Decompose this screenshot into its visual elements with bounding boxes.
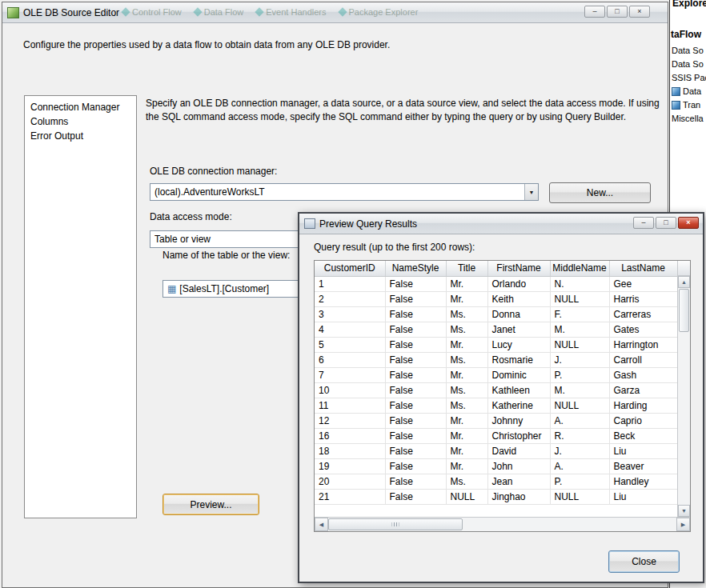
toolbox-item[interactable]: Data So (672, 44, 706, 58)
nav-item-columns[interactable]: Columns (25, 114, 136, 129)
query-result-label: Query result (up to the first 200 rows): (314, 242, 475, 253)
toolbox-item[interactable]: Miscella (672, 112, 706, 126)
table-cell: NULL (550, 398, 609, 413)
close-button[interactable]: Close (608, 550, 680, 573)
scroll-up-icon[interactable]: ▲ (678, 276, 690, 288)
table-cell: Handley (609, 474, 677, 489)
table-cell: Mr. (446, 367, 487, 382)
table-row[interactable]: 21FalseNULLJinghaoNULLLiu (315, 489, 677, 504)
table-row[interactable]: 12FalseMr.JohnnyA.Caprio (315, 413, 677, 428)
table-cell: A. (550, 458, 609, 474)
column-header-firstname[interactable]: FirstName (487, 261, 550, 276)
horizontal-scrollbar[interactable]: ◀ ▶ (315, 517, 690, 531)
table-row[interactable]: 19FalseMr.JohnA.Beaver (315, 458, 677, 474)
nav-item-error-output[interactable]: Error Output (25, 129, 136, 143)
scroll-right-icon[interactable]: ▶ (676, 518, 690, 531)
toolbox-item[interactable]: Data So (672, 58, 706, 71)
table-cell: 10 (315, 382, 385, 398)
table-cell: Rosmarie (487, 352, 550, 367)
vertical-scrollbar[interactable]: ▲ ▼ (677, 261, 690, 517)
titlebar[interactable]: OLE DB Source Editor Control Flow Data F… (2, 2, 668, 23)
maximize-button[interactable]: □ (607, 6, 628, 18)
column-header-middlename[interactable]: MiddleName (550, 261, 609, 276)
table-row[interactable]: 1FalseMr.OrlandoN.Gee (315, 276, 677, 291)
table-row[interactable]: 7FalseMr.DominicP.Gash (315, 367, 677, 382)
table-cell: 3 (315, 306, 385, 322)
table-row[interactable]: 10FalseMs.KathleenM.Garza (315, 382, 677, 398)
close-icon[interactable]: × (678, 217, 699, 229)
horizontal-scroll-thumb[interactable] (328, 518, 463, 530)
table-cell: Jinghao (487, 489, 550, 504)
table-row[interactable]: 2FalseMr.KeithNULLHarris (315, 291, 677, 306)
column-header-lastname[interactable]: LastName (609, 261, 677, 276)
table-cell: NULL (550, 489, 609, 504)
table-row[interactable]: 6FalseMs.RosmarieJ.Carroll (315, 352, 677, 367)
column-header-customerid[interactable]: CustomerID (315, 261, 385, 276)
toolbox-group-header[interactable]: taFlow (671, 29, 701, 40)
table-cell: 4 (315, 322, 385, 337)
table-cell: 18 (315, 443, 385, 458)
table-cell: False (385, 337, 446, 352)
table-row[interactable]: 16FalseMr.ChristopherR.Beck (315, 428, 677, 443)
table-row[interactable]: 11FalseMs.KatherineNULLHarding (315, 398, 677, 413)
maximize-button[interactable]: □ (656, 217, 676, 229)
preview-table: CustomerIDNameStyleTitleFirstNameMiddleN… (315, 261, 678, 505)
explorer-panel-title: Explore (672, 0, 706, 9)
table-cell: Keith (487, 291, 550, 306)
table-cell: 2 (315, 291, 385, 306)
dropdown-arrow-icon[interactable]: ▼ (524, 184, 538, 200)
connection-manager-combobox[interactable]: (local).AdventureWorksLT ▼ (150, 183, 539, 201)
table-cell: Mr. (446, 291, 487, 306)
table-row[interactable]: 4FalseMs.JanetM.Gates (315, 322, 677, 337)
dialog-title: OLE DB Source Editor (23, 7, 119, 18)
table-cell: False (385, 474, 446, 489)
table-cell: False (385, 443, 446, 458)
tab-icon (121, 7, 130, 16)
preview-button[interactable]: Preview... (162, 494, 259, 515)
table-cell: 6 (315, 352, 385, 367)
table-row[interactable]: 18FalseMr.DavidJ.Liu (315, 443, 677, 458)
table-cell: David (487, 443, 550, 458)
table-cell: Ms. (446, 398, 487, 413)
close-icon[interactable]: × (629, 6, 650, 18)
preview-table-body: 1FalseMr.OrlandoN.Gee2FalseMr.KeithNULLH… (315, 276, 677, 504)
table-cell: Harrington (609, 337, 677, 352)
table-row[interactable]: 20FalseMs.JeanP.Handley (315, 474, 677, 489)
table-cell: Janet (487, 322, 550, 337)
pages-nav-list: Connection Manager Columns Error Output (24, 95, 137, 518)
titlebar[interactable]: Preview Query Results – □ × (299, 214, 703, 234)
table-row[interactable]: 3FalseMs.DonnaF.Carreras (315, 306, 677, 322)
table-cell: Johnny (487, 413, 550, 428)
toolbox-item[interactable]: Data (672, 85, 706, 98)
table-cell: P. (550, 474, 609, 489)
scroll-left-icon[interactable]: ◀ (315, 518, 328, 531)
nav-item-connection-manager[interactable]: Connection Manager (25, 100, 136, 114)
table-cell: Ms. (446, 306, 487, 322)
designer-tabs-ghost: Control Flow Data Flow Event Handlers Pa… (122, 7, 418, 17)
column-header-namestyle[interactable]: NameStyle (385, 261, 446, 276)
table-name-value: [SalesLT].[Customer] (179, 283, 269, 294)
table-cell: False (385, 382, 446, 398)
table-cell: Carroll (609, 352, 677, 367)
table-cell: Ms. (446, 322, 487, 337)
table-cell: False (385, 322, 446, 337)
table-cell: Dominic (487, 367, 550, 382)
scroll-down-icon[interactable]: ▼ (678, 505, 690, 517)
table-cell: Mr. (446, 428, 487, 443)
preview-dialog-icon (304, 218, 315, 229)
minimize-button[interactable]: – (633, 217, 654, 229)
table-cell: Harding (609, 398, 677, 413)
table-cell: Ms. (446, 474, 487, 489)
minimize-button[interactable]: – (584, 6, 605, 18)
new-connection-button[interactable]: New... (549, 182, 651, 203)
column-header-title[interactable]: Title (446, 261, 487, 276)
table-row[interactable]: 5FalseMr.LucyNULLHarrington (315, 337, 677, 352)
table-cell: Beaver (609, 458, 677, 474)
scroll-track[interactable] (463, 518, 676, 531)
table-cell: Kathleen (487, 382, 550, 398)
toolbox-item[interactable]: SSIS Pac (672, 71, 706, 85)
vertical-scroll-thumb[interactable] (679, 289, 689, 332)
table-cell: Gee (609, 276, 677, 291)
table-cell: False (385, 352, 446, 367)
toolbox-item[interactable]: Tran (672, 98, 706, 112)
